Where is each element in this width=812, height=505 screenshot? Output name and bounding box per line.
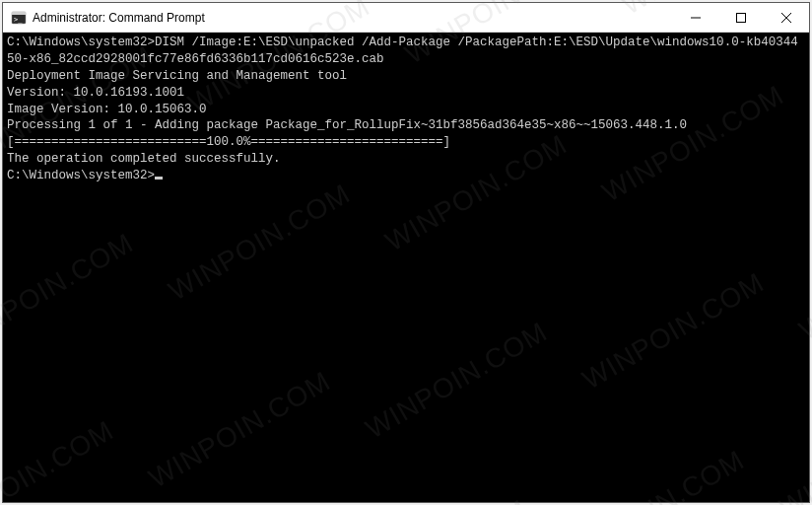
console-area[interactable]: C:\Windows\system32>DISM /Image:E:\ESD\u… [3, 33, 809, 502]
tool-version-line: Version: 10.0.16193.1001 [7, 85, 805, 102]
svg-text:>_: >_ [14, 16, 23, 24]
progress-bar-line: [==========================100.0%=======… [7, 134, 805, 151]
command-prompt-window: >_ Administrator: Command Prompt C:\Wind… [2, 2, 810, 503]
svg-rect-4 [737, 13, 746, 22]
window-controls [673, 3, 809, 32]
close-button[interactable] [764, 3, 809, 32]
processing-line: Processing 1 of 1 - Adding package Packa… [7, 117, 805, 134]
prompt-path: C:\Windows\system32> [7, 36, 155, 49]
window-title: Administrator: Command Prompt [33, 11, 673, 25]
command-line-1: C:\Windows\system32>DISM /Image:E:\ESD\u… [7, 35, 805, 68]
image-version-line: Image Version: 10.0.15063.0 [7, 102, 805, 118]
cursor [155, 177, 163, 180]
maximize-button[interactable] [718, 3, 764, 32]
cmd-icon: >_ [11, 10, 27, 26]
prompt-path: C:\Windows\system32> [7, 169, 155, 182]
tool-name-line: Deployment Image Servicing and Managemen… [7, 68, 805, 85]
completed-line: The operation completed successfully. [7, 151, 805, 168]
command-line-2: C:\Windows\system32> [7, 168, 805, 184]
svg-rect-1 [12, 12, 26, 15]
minimize-button[interactable] [673, 3, 718, 32]
titlebar[interactable]: >_ Administrator: Command Prompt [3, 3, 809, 33]
